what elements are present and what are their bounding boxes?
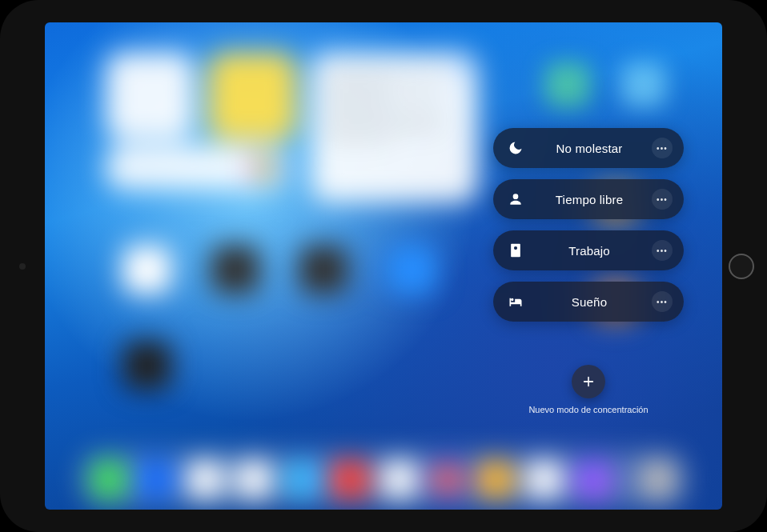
moon-icon xyxy=(504,137,527,159)
focus-item-label: Trabajo xyxy=(527,244,652,258)
front-camera xyxy=(19,263,26,270)
screen: No molestar Tiempo libre Trabajo xyxy=(45,22,722,510)
new-focus-section: Nuevo modo de concentración xyxy=(493,365,684,414)
focus-item-label: Sueño xyxy=(527,295,652,309)
focus-item-label: Tiempo libre xyxy=(527,193,652,206)
widget-notes xyxy=(209,53,296,140)
dock xyxy=(79,451,687,508)
home-button[interactable] xyxy=(729,254,754,279)
add-focus-button[interactable] xyxy=(572,365,605,398)
badge-icon xyxy=(504,239,527,262)
widget-clock xyxy=(106,53,194,140)
ipad-device-frame: No molestar Tiempo libre Trabajo xyxy=(0,0,767,532)
focus-item-personal[interactable]: Tiempo libre xyxy=(493,179,684,219)
focus-item-work[interactable]: Trabajo xyxy=(493,230,684,270)
focus-item-do-not-disturb[interactable]: No molestar xyxy=(493,128,684,168)
app-grid xyxy=(122,246,524,294)
person-icon xyxy=(504,188,527,210)
more-options-icon[interactable] xyxy=(652,240,673,261)
add-focus-label: Nuevo modo de concentración xyxy=(493,405,684,414)
blurred-app xyxy=(545,62,590,107)
app-icon xyxy=(122,342,171,390)
more-options-icon[interactable] xyxy=(652,138,673,158)
focus-item-label: No molestar xyxy=(527,142,652,155)
blurred-app xyxy=(621,62,666,107)
widget-reminders xyxy=(311,53,478,202)
more-options-icon[interactable] xyxy=(652,189,673,210)
focus-item-sleep[interactable]: Sueño xyxy=(493,282,684,322)
widget-calendar xyxy=(106,146,288,189)
focus-modes-panel: No molestar Tiempo libre Trabajo xyxy=(493,128,684,414)
bed-icon xyxy=(504,290,527,313)
more-options-icon[interactable] xyxy=(652,291,673,312)
